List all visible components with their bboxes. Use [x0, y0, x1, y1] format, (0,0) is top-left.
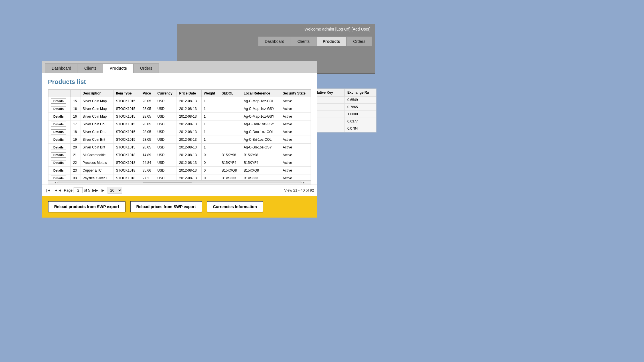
col-header-currency: Currency [155, 90, 177, 97]
back-window-nav: Dashboard Clients Products Orders [177, 34, 375, 46]
details-cell: Details [48, 151, 71, 159]
page-size-select[interactable]: 20 50 100 [108, 187, 122, 194]
item-type-cell: STOCK1015 [114, 128, 140, 136]
scroll-right-arrow[interactable]: ► [302, 181, 306, 184]
sedol-cell: B1VS333 [219, 174, 241, 181]
hscroll-track[interactable] [57, 182, 302, 183]
reload-prices-button[interactable]: Reload prices from SWP export [130, 201, 202, 212]
price-date-cell: 2012-08-13 [177, 120, 201, 128]
col-header-security-status: Security State [280, 90, 311, 97]
hscroll-thumb[interactable] [143, 182, 192, 183]
col-header-item-type: Item Type [114, 90, 140, 97]
horizontal-scrollbar[interactable]: ◄ ► [48, 180, 311, 184]
item-type-cell: STOCK1018 [114, 167, 140, 174]
col-header-description: Description [80, 90, 114, 97]
sedol-cell [219, 113, 241, 120]
table-row: Details17Silver Coin DouSTOCK101528.05US… [48, 120, 311, 128]
col-native-key: Native Key [313, 89, 345, 96]
details-cell: Details [48, 159, 71, 167]
last-page-button[interactable]: ▶| [100, 188, 106, 193]
status-cell: Active [280, 128, 311, 136]
details-button[interactable]: Details [51, 168, 66, 173]
status-cell: Active [280, 113, 311, 120]
table-row: Details16Silver Coin MapSTOCK101528.05US… [48, 105, 311, 113]
id-cell: 18 [71, 128, 80, 136]
id-cell: 33 [71, 174, 80, 181]
back-window-header: Welcome admin! [Log Off] [Add User] [177, 24, 375, 34]
price-cell: 28.05 [140, 97, 155, 105]
status-cell: Active [280, 151, 311, 159]
products-table-container: Description Item Type Price Currency Pri… [48, 89, 311, 180]
tab-orders[interactable]: Orders [133, 63, 159, 73]
id-cell: 20 [71, 144, 80, 151]
details-button[interactable]: Details [51, 129, 66, 134]
back-nav-tab-clients[interactable]: Clients [291, 37, 316, 46]
back-nav-tab-products[interactable]: Products [316, 37, 347, 46]
description-cell: Silver Coin Map [80, 97, 114, 105]
currencies-info-button[interactable]: Currencies Information [207, 201, 263, 212]
main-window: Dashboard Clients Products Orders Produc… [42, 61, 317, 218]
currency-cell: USD [155, 113, 177, 120]
id-cell: 22 [71, 159, 80, 167]
local-ref-cell: B15KXQ8 [241, 167, 280, 174]
price-cell: 28.05 [140, 120, 155, 128]
local-ref-cell: Ag-C-Dou-1oz-COL [241, 128, 280, 136]
next-page-button[interactable]: ▶▶ [91, 188, 99, 193]
details-button[interactable]: Details [51, 145, 66, 150]
description-cell: Silver Coin Brit [80, 136, 114, 144]
details-cell: Details [48, 167, 71, 174]
details-button[interactable]: Details [51, 176, 66, 180]
description-cell: Silver Coin Map [80, 113, 114, 120]
details-button[interactable]: Details [51, 98, 66, 104]
col-exchange-rate: Exchange Ra [345, 89, 376, 96]
currency-row-5: 0.0784 [313, 125, 376, 132]
page-number-input[interactable] [74, 187, 83, 193]
details-button[interactable]: Details [51, 106, 66, 111]
price-cell: 24.84 [140, 159, 155, 167]
local-ref-cell: Ag-C-Bri-1oz-COL [241, 136, 280, 144]
products-table-wrap[interactable]: Description Item Type Price Currency Pri… [48, 89, 311, 180]
status-cell: Active [280, 97, 311, 105]
status-cell: Active [280, 159, 311, 167]
description-cell: Silver Coin Brit [80, 144, 114, 151]
local-ref-cell: Ag-C-Map-1oz-COL [241, 97, 280, 105]
status-cell: Active [280, 144, 311, 151]
details-button[interactable]: Details [51, 114, 66, 119]
tab-dashboard[interactable]: Dashboard [45, 63, 78, 73]
currency-cell: USD [155, 174, 177, 181]
scroll-left-arrow[interactable]: ◄ [53, 181, 57, 184]
col-header-sedol: SEDOL [219, 90, 241, 97]
item-type-cell: STOCK1018 [114, 174, 140, 181]
prev-page-button[interactable]: ◄◄ [53, 188, 63, 193]
reload-products-button[interactable]: Reload products from SWP export [48, 201, 125, 212]
tab-clients[interactable]: Clients [78, 63, 103, 73]
table-header-row: Description Item Type Price Currency Pri… [48, 90, 311, 97]
col-header-id [71, 90, 80, 97]
first-page-button[interactable]: |◄ [45, 188, 52, 193]
action-bar: Reload products from SWP export Reload p… [42, 196, 317, 218]
log-off-link[interactable]: [Log Off] [335, 27, 351, 31]
add-user-link[interactable]: [Add User] [352, 27, 370, 31]
item-type-cell: STOCK1018 [114, 151, 140, 159]
col-header-weight: Weight [201, 90, 219, 97]
tab-products[interactable]: Products [103, 63, 133, 73]
col-header-price-date: Price Date [177, 90, 201, 97]
price-cell: 14.89 [140, 151, 155, 159]
price-date-cell: 2012-08-13 [177, 128, 201, 136]
currency-cell: USD [155, 159, 177, 167]
sedol-cell: B15KY98 [219, 151, 241, 159]
details-button[interactable]: Details [51, 122, 66, 127]
back-nav-tab-orders[interactable]: Orders [347, 37, 372, 46]
details-button[interactable]: Details [51, 137, 66, 142]
status-cell: Active [280, 174, 311, 181]
price-cell: 28.05 [140, 113, 155, 120]
back-nav-tab-dashboard[interactable]: Dashboard [258, 37, 291, 46]
local-ref-cell: Ag-C-Dou-1oz-GSY [241, 120, 280, 128]
details-button[interactable]: Details [51, 152, 66, 158]
item-type-cell: STOCK1015 [114, 120, 140, 128]
page-label: Page [64, 188, 72, 192]
currency-row-2: 0.7865 [313, 104, 376, 111]
pagination-bar: |◄ ◄◄ Page of 5 ▶▶ ▶| 20 50 100 View 21 … [42, 184, 317, 196]
details-button[interactable]: Details [51, 160, 66, 165]
currency-cell: USD [155, 151, 177, 159]
